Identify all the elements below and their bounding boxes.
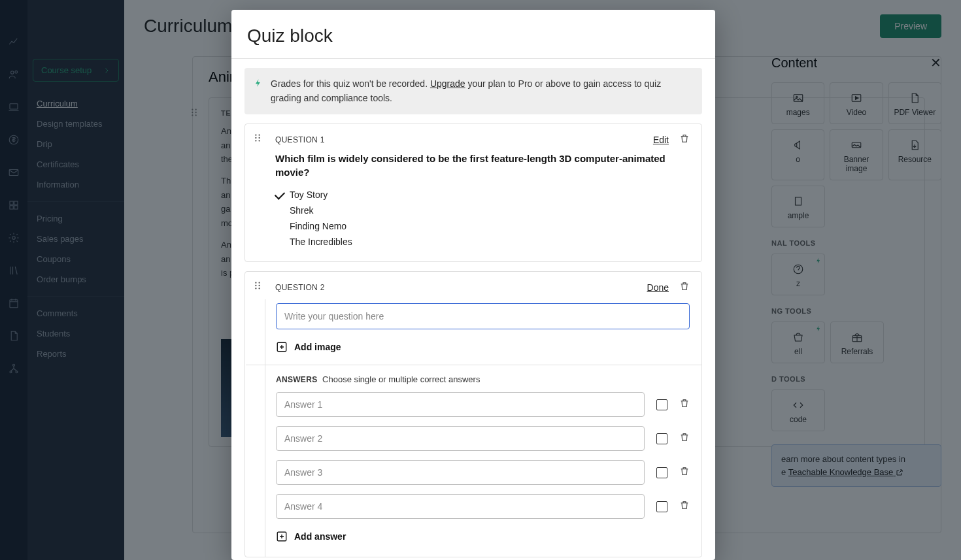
modal-title: Quiz block — [247, 25, 700, 46]
bolt-icon — [254, 78, 263, 92]
correct-checkbox[interactable] — [656, 467, 667, 478]
drag-handle-icon[interactable] — [253, 133, 262, 145]
svg-point-31 — [258, 140, 260, 142]
answer-input[interactable] — [276, 426, 645, 451]
answer-option: Finding Nemo — [275, 218, 690, 234]
add-image-button[interactable]: Add image — [276, 338, 690, 355]
plus-icon — [276, 531, 288, 542]
answer-input[interactable] — [276, 494, 645, 519]
answer-option: The Incredibles — [275, 234, 690, 250]
svg-point-32 — [255, 282, 256, 284]
edit-button[interactable]: Edit — [653, 135, 669, 145]
question-label: QUESTION 1 — [275, 135, 653, 144]
trash-icon[interactable] — [679, 281, 690, 294]
correct-checkbox[interactable] — [656, 433, 667, 444]
question-card-1: QUESTION 1 Edit Which film is widely con… — [244, 124, 702, 262]
question-card-2: QUESTION 2 Done Add image ANSWERS Choose… — [244, 271, 702, 557]
answer-option: Shrek — [275, 203, 690, 218]
svg-point-36 — [255, 288, 256, 289]
trash-icon[interactable] — [679, 466, 690, 479]
svg-point-37 — [258, 288, 260, 289]
answer-input[interactable] — [276, 460, 645, 485]
modal-header: Quiz block — [231, 10, 715, 59]
upgrade-banner: Grades for this quiz won't be recorded. … — [244, 68, 702, 114]
svg-point-27 — [258, 135, 260, 136]
add-answer-button[interactable]: Add answer — [276, 528, 690, 545]
answer-input[interactable] — [276, 392, 645, 417]
svg-point-33 — [258, 282, 260, 284]
answers-label: ANSWERS Choose single or multiple correc… — [276, 374, 690, 384]
answer-row — [276, 494, 690, 519]
question-text: Which film is widely considered to be th… — [275, 152, 690, 179]
plus-icon — [276, 341, 288, 353]
modal-body: Grades for this quiz won't be recorded. … — [231, 59, 715, 560]
svg-point-28 — [255, 137, 256, 139]
answer-row — [276, 426, 690, 451]
svg-point-34 — [255, 285, 256, 286]
done-button[interactable]: Done — [647, 282, 669, 293]
question-input[interactable] — [276, 303, 690, 329]
svg-point-35 — [258, 285, 260, 286]
trash-icon[interactable] — [679, 432, 690, 445]
drag-handle-icon[interactable] — [253, 281, 262, 293]
upgrade-link[interactable]: Upgrade — [430, 78, 465, 89]
correct-checkbox[interactable] — [656, 399, 667, 410]
svg-point-29 — [258, 137, 260, 139]
answer-row — [276, 392, 690, 417]
trash-icon[interactable] — [679, 133, 690, 146]
answer-option: Toy Story — [275, 187, 690, 203]
svg-point-30 — [255, 140, 256, 142]
trash-icon[interactable] — [679, 500, 690, 513]
correct-checkbox[interactable] — [656, 501, 667, 512]
quiz-modal: Quiz block Grades for this quiz won't be… — [231, 10, 715, 560]
svg-point-26 — [255, 135, 256, 136]
trash-icon[interactable] — [679, 398, 690, 411]
question-label: QUESTION 2 — [275, 283, 647, 292]
answer-row — [276, 460, 690, 485]
